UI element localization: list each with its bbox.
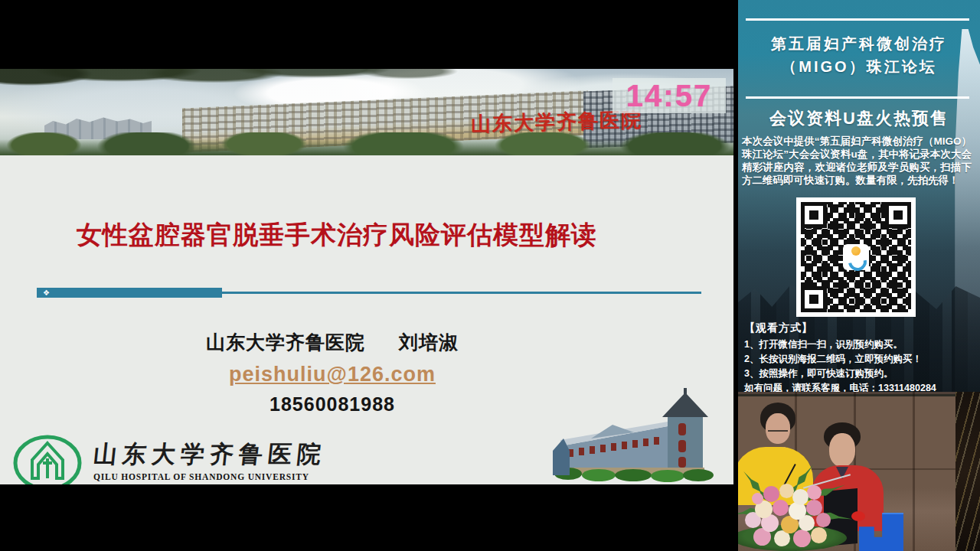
stream-timestamp: 14:57 bbox=[612, 78, 726, 113]
promo-body: 本次会议中提供“第五届妇产科微创治疗（MIGO）珠江论坛”大会会议资料u盘，其中… bbox=[742, 135, 972, 187]
historic-building-illustration bbox=[553, 385, 733, 484]
qr-center-logo-icon bbox=[843, 244, 869, 270]
qr-finder-icon bbox=[801, 202, 827, 228]
speaker-yellow-glasses bbox=[768, 430, 788, 434]
hospital-logo-text-en: QILU HOSPITAL OF SHANDONG UNIVERSITY bbox=[93, 472, 326, 481]
hospital-logo-text-zh: 山东大学齐鲁医院 bbox=[92, 439, 328, 471]
presenter-email: peishuliu@126.com bbox=[0, 363, 665, 386]
divider-glyph-icon: ❖ bbox=[43, 289, 50, 297]
rule-bottom bbox=[746, 96, 969, 99]
fern-leaf bbox=[799, 481, 847, 505]
flower-arrangement bbox=[738, 476, 847, 551]
presentation-slide: 女性盆腔器官脱垂手术治疗风险评估模型解读 ❖ 山东大学齐鲁医院刘培淑 peish… bbox=[0, 155, 733, 484]
affiliation: 山东大学齐鲁医院 bbox=[206, 331, 365, 353]
stream-stage: 山东大学齐鲁医院 14:57 女性盆腔器官脱垂手术治疗风险评估模型解读 ❖ 山东… bbox=[0, 0, 980, 551]
watch-guide-heading: 【观看方式】 bbox=[744, 321, 974, 335]
promo-heading: 会议资料U盘火热预售 bbox=[738, 107, 980, 130]
slide-video-pane: 山东大学齐鲁医院 14:57 女性盆腔器官脱垂手术治疗风险评估模型解读 ❖ 山东… bbox=[0, 0, 733, 551]
qr-code bbox=[796, 197, 916, 317]
hospital-logo: 山东大学齐鲁医院 QILU HOSPITAL OF SHANDONG UNIVE… bbox=[12, 434, 326, 484]
qr-modules bbox=[801, 202, 911, 312]
slide-title: 女性盆腔器官脱垂手术治疗风险评估模型解读 bbox=[0, 218, 674, 253]
watch-guide: 【观看方式】 1、打开微信扫一扫，识别预约购买。 2、长按识别海报二维码，立即预… bbox=[744, 321, 974, 392]
promo-sidebar: 第五届妇产科微创治疗 （MIGO）珠江论坛 会议资料U盘火热预售 本次会议中提供… bbox=[738, 0, 980, 392]
forum-title: 第五届妇产科微创治疗 （MIGO）珠江论坛 bbox=[738, 32, 980, 78]
flower-blooms bbox=[752, 493, 763, 504]
divider-bar: ❖ bbox=[37, 288, 222, 298]
tree-branch-silhouette bbox=[0, 69, 475, 96]
speaker-video-feed bbox=[738, 392, 980, 551]
watch-guide-step: 1、打开微信扫一扫，识别预约购买。 bbox=[744, 337, 974, 352]
hospital-logo-emblem-icon bbox=[12, 434, 83, 484]
speaker-red-face bbox=[829, 433, 855, 467]
speaker-yellow-face bbox=[766, 413, 790, 444]
rule-top bbox=[746, 18, 969, 21]
foreground-trees bbox=[0, 132, 733, 155]
flower-greens bbox=[738, 525, 847, 551]
fern-leaf bbox=[738, 503, 776, 520]
marble-column bbox=[956, 392, 980, 551]
microphone-foam bbox=[851, 511, 865, 521]
qr-finder-icon bbox=[885, 202, 911, 228]
presenter-name: 刘培淑 bbox=[399, 331, 459, 353]
hospital-photo-banner: 山东大学齐鲁医院 14:57 bbox=[0, 69, 733, 155]
watch-guide-step: 3、按照操作，即可快速订购预约。 bbox=[744, 367, 974, 381]
watch-guide-support: 如有问题，请联系客服，电话：13311480284 bbox=[744, 381, 974, 392]
watch-guide-step: 2、长按识别海报二维码，立即预约购买！ bbox=[744, 352, 974, 367]
divider-line bbox=[220, 292, 701, 294]
fern-leaf bbox=[802, 507, 853, 523]
qr-finder-icon bbox=[801, 286, 827, 312]
